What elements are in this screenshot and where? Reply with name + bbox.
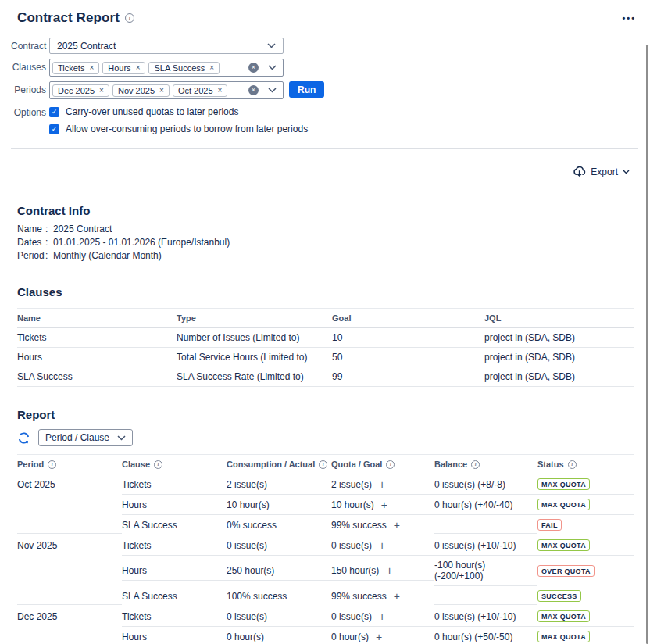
balance-cell: 0 hour(s) (+40/-40) (434, 496, 538, 515)
clauses-label: Clauses (11, 59, 46, 73)
report-row: SLA Success100% success99% success+SUCCE… (17, 586, 634, 606)
column-header-label: Status (538, 460, 564, 469)
contract-info-line: Dates:01.01.2025 - 01.01.2026 (Europe/Is… (17, 237, 650, 248)
tag-remove-icon[interactable]: × (89, 63, 94, 72)
status-cell: FAIL (538, 515, 634, 535)
checkbox-checked-icon[interactable]: ✓ (49, 107, 59, 117)
period-cell (17, 563, 122, 580)
clause-cell: Tickets (17, 328, 177, 348)
info-icon[interactable]: i (48, 460, 56, 469)
option-checkbox-row[interactable]: ✓Carry-over unused quotas to later perio… (49, 106, 308, 117)
add-quota-icon[interactable]: + (379, 611, 385, 622)
quota-value: 2 issue(s) (331, 479, 372, 490)
more-options-button[interactable]: ••• (622, 13, 638, 23)
contract-info-label: Name (17, 224, 45, 234)
info-icon[interactable]: i (125, 13, 134, 23)
contract-select[interactable]: 2025 Contract (49, 38, 284, 54)
balance-cell: -100 hour(s) (-200/+100) (434, 556, 538, 586)
periods-tag[interactable]: Dec 2025× (52, 84, 109, 97)
clause-cell: Number of Issues (Limited to) (177, 328, 332, 348)
clause-cell: Tickets (122, 536, 227, 556)
contract-info-label: Dates (17, 237, 45, 248)
report-row: Hours0 hour(s)0 hour(s)+0 hour(s) (+50/-… (17, 627, 634, 644)
consumption-cell: 0 issue(s) (227, 607, 331, 627)
column-header-label: Goal (332, 313, 351, 323)
balance-cell: 0 issue(s) (+10/-10) (434, 536, 538, 556)
chevron-down-icon[interactable] (268, 65, 277, 70)
chevron-down-icon[interactable] (268, 88, 277, 93)
clauses-multiselect[interactable]: Tickets×Hours×SLA Success× × (49, 59, 284, 77)
tag-label: Nov 2025 (118, 86, 155, 95)
vertical-scrollbar[interactable] (646, 45, 648, 644)
clause-cell: 50 (332, 348, 484, 367)
add-quota-icon[interactable]: + (386, 565, 392, 576)
contract-row: Contract 2025 Contract (11, 38, 650, 54)
period-cell (17, 628, 122, 644)
periods-tag[interactable]: Nov 2025× (112, 84, 170, 97)
status-badge: OVER QUOTA (538, 565, 595, 577)
clause-cell: SLA Success (17, 367, 177, 387)
status-cell: MAX QUOTA (538, 627, 634, 644)
tag-label: SLA Success (154, 63, 205, 73)
page-title: Contract Report (17, 10, 120, 26)
clause-cell: Tickets (122, 475, 227, 495)
add-quota-icon[interactable]: + (381, 499, 388, 510)
info-icon[interactable]: i (386, 460, 395, 469)
column-header-label: Balance (434, 460, 467, 469)
clauses-tag[interactable]: Hours× (102, 62, 145, 74)
tag-remove-icon[interactable]: × (99, 86, 104, 95)
quota-value: 150 hour(s) (331, 565, 379, 576)
clauses-tag[interactable]: Tickets× (52, 62, 99, 74)
quota-cell: 150 hour(s)+ (331, 561, 434, 581)
status-badge: MAX QUOTA (538, 499, 590, 510)
checkbox-checked-icon[interactable]: ✓ (49, 124, 59, 134)
quota-value: 0 issue(s) (331, 540, 372, 551)
periods-row: Periods Dec 2025×Nov 2025×Oct 2025× × Ru… (11, 81, 650, 99)
add-quota-icon[interactable]: + (379, 540, 385, 551)
quota-cell: 99% success+ (331, 587, 434, 606)
clause-cell: Hours (122, 628, 227, 644)
run-button[interactable]: Run (289, 81, 324, 98)
column-header-label: Type (177, 313, 196, 323)
column-header-label: Quota / Goal (331, 460, 382, 469)
add-quota-icon[interactable]: + (379, 479, 385, 490)
refresh-icon[interactable] (17, 431, 30, 445)
tag-remove-icon[interactable]: × (218, 86, 223, 95)
export-button[interactable]: Export (573, 166, 630, 177)
report-view-select[interactable]: Period / Clause (38, 429, 133, 446)
clauses-tag[interactable]: SLA Success× (148, 62, 220, 74)
status-cell: MAX QUOTA (538, 474, 634, 495)
column-header: Goal (332, 309, 484, 327)
info-icon[interactable]: i (154, 460, 162, 469)
status-cell: MAX QUOTA (538, 495, 634, 515)
option-checkbox-row[interactable]: ✓Allow over-consuming periods to borrow … (49, 123, 308, 134)
tag-remove-icon[interactable]: × (136, 63, 141, 72)
table-row: SLA SuccessSLA Success Rate (Limited to)… (17, 367, 634, 387)
info-icon[interactable]: i (471, 460, 480, 469)
periods-multiselect[interactable]: Dec 2025×Nov 2025×Oct 2025× × (49, 81, 284, 99)
column-header: Statusi (538, 455, 634, 474)
info-icon[interactable]: i (568, 460, 577, 469)
tag-remove-icon[interactable]: × (209, 63, 214, 72)
periods-clear-icon[interactable]: × (248, 85, 259, 95)
clauses-clear-icon[interactable]: × (248, 63, 259, 73)
quota-value: 10 hour(s) (331, 499, 374, 510)
periods-tag[interactable]: Oct 2025× (173, 84, 227, 97)
tag-remove-icon[interactable]: × (159, 86, 164, 95)
period-cell: Nov 2025 (17, 536, 122, 556)
status-cell: SUCCESS (538, 586, 634, 606)
quota-value: 0 issue(s) (331, 611, 372, 622)
clauses-table-header: NameTypeGoalJQL (17, 308, 634, 328)
column-header-label: Period (17, 460, 44, 469)
info-icon[interactable]: i (319, 460, 327, 469)
quota-cell: 2 issue(s)+ (331, 475, 434, 495)
page-header: Contract Report i ••• (0, 0, 650, 26)
balance-cell (434, 588, 538, 605)
balance-cell: 0 issue(s) (+8/-8) (434, 475, 538, 495)
report-table: PeriodiClauseiConsumption / ActualiQuota… (17, 454, 634, 644)
add-quota-icon[interactable]: + (394, 591, 400, 602)
add-quota-icon[interactable]: + (376, 631, 382, 642)
status-badge: MAX QUOTA (538, 539, 590, 551)
report-heading: Report (17, 408, 650, 421)
add-quota-icon[interactable]: + (394, 520, 400, 531)
